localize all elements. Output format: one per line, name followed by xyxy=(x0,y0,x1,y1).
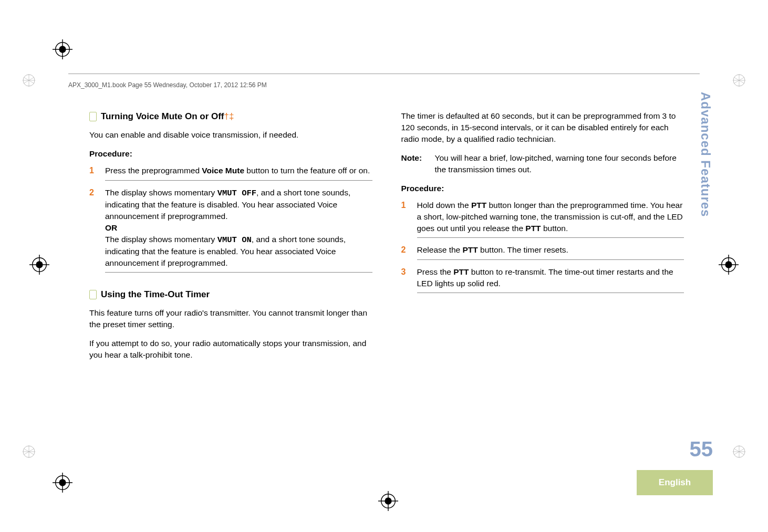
section-icon xyxy=(89,112,97,121)
procedure-label: Procedure: xyxy=(401,183,684,194)
heading-text: Turning Voice Mute On or Off xyxy=(101,111,224,121)
registration-mark xyxy=(29,255,49,275)
section-heading-voice-mute: Turning Voice Mute On or Off†‡ xyxy=(89,110,372,123)
procedure-step: 1 Press the preprogrammed Voice Mute but… xyxy=(89,165,372,177)
svg-point-3 xyxy=(59,46,66,53)
step-body: Press the PTT button to re-transmit. The… xyxy=(417,266,684,289)
step-number: 1 xyxy=(89,165,105,177)
registration-mark xyxy=(53,473,72,493)
step-rule xyxy=(105,272,372,273)
step-rule xyxy=(105,180,372,181)
dagger-symbols: †‡ xyxy=(224,111,234,121)
step-number: 2 xyxy=(401,244,417,256)
step-rule xyxy=(417,259,684,260)
step-number: 3 xyxy=(401,266,417,289)
procedure-step: 3 Press the PTT button to re-transmit. T… xyxy=(401,266,684,289)
paragraph: You can enable and disable voice transmi… xyxy=(89,129,372,141)
step-body: The display shows momentary VMUT OFF, an… xyxy=(105,187,372,269)
page-content: Turning Voice Mute On or Off†‡ You can e… xyxy=(89,110,684,368)
step-body: Hold down the PTT button longer than the… xyxy=(417,200,684,234)
registration-mark xyxy=(719,255,739,275)
step-body: Release the PTT button. The timer resets… xyxy=(417,244,684,256)
step-number: 2 xyxy=(89,187,105,269)
print-mark-icon xyxy=(22,74,36,87)
header-text: APX_3000_M1.book Page 55 Wednesday, Octo… xyxy=(68,81,267,89)
section-icon xyxy=(89,290,97,299)
step-rule xyxy=(417,237,684,238)
heading-text: Using the Time-Out Timer xyxy=(101,288,210,301)
header-rule xyxy=(68,74,700,74)
print-mark-icon xyxy=(22,445,36,458)
registration-mark xyxy=(53,39,72,59)
registration-mark xyxy=(378,491,398,511)
step-rule xyxy=(417,293,684,293)
paragraph: This feature turns off your radio's tran… xyxy=(89,307,372,330)
paragraph: The timer is defaulted at 60 seconds, bu… xyxy=(401,110,684,145)
svg-point-15 xyxy=(725,261,732,268)
language-box: English xyxy=(637,470,713,495)
procedure-step: 2 The display shows momentary VMUT OFF, … xyxy=(89,187,372,269)
print-mark-icon xyxy=(732,445,746,458)
right-column: The timer is defaulted at 60 seconds, bu… xyxy=(401,110,684,368)
procedure-step: 1 Hold down the PTT button longer than t… xyxy=(401,200,684,234)
left-column: Turning Voice Mute On or Off†‡ You can e… xyxy=(89,110,372,368)
note-label: Note: xyxy=(401,152,435,175)
paragraph: If you attempt to do so, your radio auto… xyxy=(89,338,372,361)
page-number: 55 xyxy=(690,437,713,461)
procedure-step: 2 Release the PTT button. The timer rese… xyxy=(401,244,684,256)
step-number: 1 xyxy=(401,200,417,234)
step-body: Press the preprogrammed Voice Mute butto… xyxy=(105,165,372,177)
svg-point-7 xyxy=(36,261,43,268)
print-mark-icon xyxy=(732,74,746,87)
svg-point-11 xyxy=(59,479,66,486)
procedure-label: Procedure: xyxy=(89,148,372,160)
section-heading-timeout: Using the Time-Out Timer xyxy=(89,288,372,301)
svg-point-19 xyxy=(385,497,391,504)
side-tab: Advanced Features xyxy=(698,92,713,217)
note-body: You will hear a brief, low-pitched, warn… xyxy=(435,152,684,175)
note-row: Note: You will hear a brief, low-pitched… xyxy=(401,152,684,175)
